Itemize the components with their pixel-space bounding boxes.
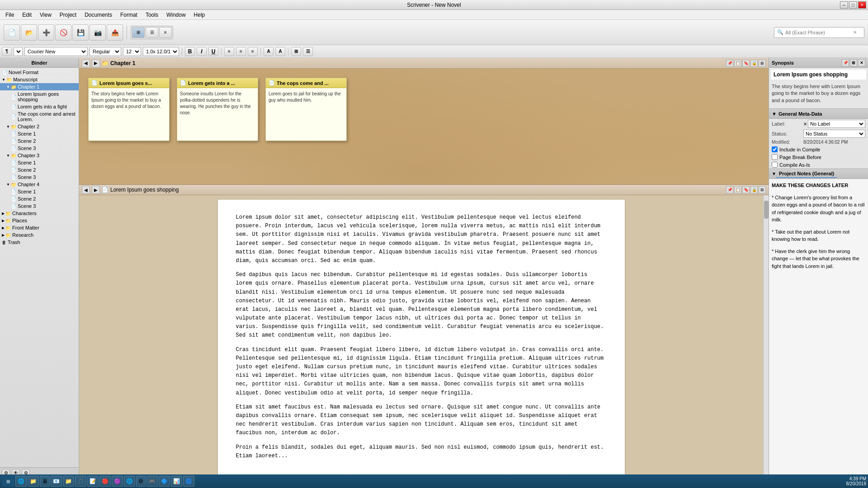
cork-next-btn[interactable]: ▶	[92, 59, 100, 67]
meta-label-close-icon[interactable]: ✕	[803, 122, 807, 127]
binder-item-novel-format[interactable]: 📄 Novel Format	[0, 69, 79, 76]
meta-collapse-icon[interactable]: ▼	[772, 111, 777, 117]
binder-item-ch4-scene2[interactable]: 📄 Scene 2	[0, 195, 79, 202]
synopsis-close-btn[interactable]: ✕	[858, 59, 865, 66]
binder-item-chapter1[interactable]: ▼ 📁 Chapter 1	[0, 83, 79, 90]
text-scrollbar[interactable]	[763, 195, 769, 478]
text-pin-btn[interactable]: 📌	[726, 186, 733, 193]
taskbar-app-14[interactable]: 🌀	[183, 476, 194, 487]
taskbar-app-7[interactable]: 🔴	[99, 476, 111, 487]
text-scrollbar-thumb[interactable]	[764, 201, 769, 219]
cork-split-btn[interactable]: ⊞	[759, 60, 766, 67]
open-button[interactable]: 📂	[21, 24, 37, 41]
taskbar-app-9[interactable]: 🌐	[124, 476, 135, 487]
search-close-icon[interactable]: ✕	[853, 30, 857, 35]
binder-item-ch3-scene2[interactable]: 📄 Scene 2	[0, 166, 79, 174]
taskbar-app-13[interactable]: 📊	[171, 476, 182, 487]
binder-item-front-matter[interactable]: ▶ 📁 Front Matter	[0, 224, 79, 231]
synopsis-expand-btn[interactable]: ⊞	[850, 59, 857, 66]
taskbar-app-4[interactable]: 📁	[63, 476, 74, 487]
binder-item-ch4-scene3[interactable]: 📄 Scene 3	[0, 202, 79, 210]
meta-status-select[interactable]: No Status	[803, 130, 865, 138]
text-next-btn[interactable]: ▶	[92, 186, 100, 194]
text-lock-btn[interactable]: 🔒	[750, 186, 758, 193]
style-select[interactable]: Regular	[90, 47, 121, 56]
search-input[interactable]	[785, 30, 853, 35]
index-card-1[interactable]: 📄 Lorem gets into a ... Someone insults …	[177, 78, 258, 141]
binder-item-ch2-scene1[interactable]: 📄 Scene 1	[0, 130, 79, 137]
color-button[interactable]: A	[275, 47, 285, 56]
text-split-btn[interactable]: ⊞	[759, 186, 766, 193]
format-para-icon[interactable]: ¶	[2, 47, 12, 56]
close-button[interactable]: ✕	[858, 1, 866, 9]
scrivenings-view-btn[interactable]: ≡	[159, 27, 172, 38]
taskbar-app-5[interactable]: 🎵	[75, 476, 86, 487]
start-button[interactable]: ⊞	[2, 476, 14, 487]
minimize-button[interactable]: ─	[840, 1, 848, 9]
taskbar-app-11[interactable]: 🎮	[146, 476, 158, 487]
menu-documents[interactable]: Documents	[81, 11, 116, 19]
new-button[interactable]: 📄	[4, 24, 20, 41]
binder-item-research[interactable]: ▶ 📁 Research	[0, 231, 79, 239]
outline-view-btn[interactable]: ☰	[146, 27, 158, 38]
index-card-0[interactable]: 📄 Lorem Ipsum goes s... The story begins…	[88, 78, 170, 141]
menu-help[interactable]: Help	[190, 11, 209, 19]
save-button[interactable]: 💾	[72, 24, 89, 41]
text-bookmark-btn[interactable]: 🔖	[742, 186, 750, 193]
binder-item-ch2-scene2[interactable]: 📄 Scene 2	[0, 137, 79, 145]
cork-bookmark-btn[interactable]: 🔖	[742, 60, 750, 67]
binder-item-chapter4[interactable]: ▼ 📁 Chapter 4	[0, 181, 79, 188]
binder-item-chapter2[interactable]: ▼ 📁 Chapter 2	[0, 123, 79, 130]
align-left-button[interactable]: ≡	[224, 47, 234, 56]
snapshot-button[interactable]: 📷	[90, 24, 106, 41]
page-break-checkbox[interactable]	[772, 154, 778, 160]
underline-button[interactable]: U	[208, 47, 218, 56]
taskbar-app-2[interactable]: 🖥	[40, 476, 50, 487]
font-select[interactable]: Courier New	[24, 47, 88, 56]
binder-item-trash[interactable]: 🗑 Trash	[0, 239, 79, 246]
index-card-2[interactable]: 📄 The cops come and ... Lorem goes to ja…	[265, 78, 347, 141]
align-right-button[interactable]: ≡	[248, 47, 258, 56]
binder-item-ch3-scene3[interactable]: 📄 Scene 3	[0, 174, 79, 181]
delete-button[interactable]: 🚫	[55, 24, 71, 41]
highlight-button[interactable]: A	[264, 47, 274, 56]
menu-view[interactable]: View	[36, 11, 55, 19]
binder-item-characters[interactable]: ▶ 📁 Characters	[0, 210, 79, 217]
bold-button[interactable]: B	[185, 47, 195, 56]
synopsis-pin-btn[interactable]: 📌	[842, 59, 849, 66]
taskbar-app-12[interactable]: 🔷	[159, 476, 170, 487]
taskbar-app-6[interactable]: 📝	[87, 476, 99, 487]
cork-prev-btn[interactable]: ◀	[82, 59, 90, 67]
taskbar-app-1[interactable]: 📁	[28, 476, 39, 487]
cork-pin-btn[interactable]: 📌	[726, 60, 733, 67]
meta-label-select[interactable]: No Label	[808, 120, 865, 128]
corkboard-view-btn[interactable]: ⊞	[132, 27, 145, 38]
compile-button[interactable]: 📤	[107, 24, 123, 41]
text-prev-btn[interactable]: ◀	[82, 186, 90, 194]
format-style-small[interactable]	[14, 47, 23, 56]
taskbar-app-0[interactable]: 🌐	[15, 476, 27, 487]
taskbar-app-3[interactable]: 📧	[51, 476, 62, 487]
menu-project[interactable]: Project	[56, 11, 80, 19]
menu-window[interactable]: Window	[163, 11, 189, 19]
font-size-select[interactable]: 12	[123, 47, 141, 56]
indent-button[interactable]: ⊞	[291, 47, 301, 56]
italic-button[interactable]: I	[197, 47, 207, 56]
cork-lock-btn[interactable]: 🔒	[750, 60, 758, 67]
menu-edit[interactable]: Edit	[19, 11, 35, 19]
search-box[interactable]: 🔍 ✕	[774, 27, 864, 38]
binder-item-lorem-shopping[interactable]: 📄 Lorem Ipsum goes shopping	[0, 90, 79, 103]
binder-item-ch4-scene1[interactable]: 📄 Scene 1	[0, 188, 79, 195]
text-copy-btn[interactable]: 📋	[734, 186, 741, 193]
include-compile-checkbox[interactable]	[772, 146, 778, 152]
taskbar-app-10[interactable]: ⚙	[136, 476, 146, 487]
binder-item-ch3-scene1[interactable]: 📄 Scene 1	[0, 159, 79, 166]
add-button[interactable]: ➕	[38, 24, 54, 41]
notes-collapse-icon[interactable]: ▼	[772, 171, 776, 176]
binder-item-cops[interactable]: 📄 The cops come and arrest Lorem.	[0, 110, 79, 123]
binder-item-chapter3[interactable]: ▼ 📁 Chapter 3	[0, 152, 79, 159]
text-editor[interactable]: Lorem ipsum dolor sit amet, consectetur …	[79, 195, 763, 478]
list-button[interactable]: ☰	[303, 47, 313, 56]
menu-tools[interactable]: Tools	[142, 11, 162, 19]
taskbar-app-8[interactable]: 🟣	[112, 476, 123, 487]
